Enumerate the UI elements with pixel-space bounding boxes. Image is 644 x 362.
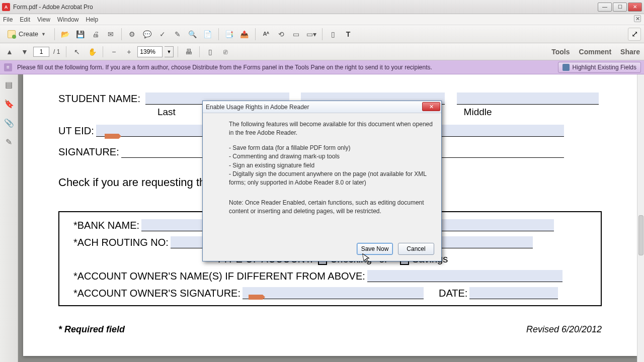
create-icon <box>8 30 16 38</box>
fit-width-icon[interactable]: ⎚ <box>219 45 232 58</box>
form-notice-bar: ≡ Please fill out the following form. If… <box>0 60 644 74</box>
field-marker-icon <box>105 134 119 139</box>
dialog-feature-1: - Save form data (for a fillable PDF for… <box>229 144 350 151</box>
label-owner-name: *ACCOUNT OWNER'S NAME(S) IF DIFFERENT FR… <box>73 270 365 282</box>
tools-pane-button[interactable]: Tools <box>551 48 570 56</box>
email-icon[interactable]: ✉ <box>104 28 117 41</box>
dialog-feature-4: - Digitally sign the document anywhere o… <box>229 170 426 186</box>
app-icon: A <box>2 3 10 11</box>
zoom-dropdown-icon[interactable]: ▼ <box>165 46 174 57</box>
maximize-button[interactable]: ☐ <box>613 3 627 12</box>
nav-toolbar: ▲ ▼ / 1 ↖ ✋ − + ▼ 🖶 ▯ ⎚ Tools Comment Sh… <box>0 43 644 60</box>
rotate-icon[interactable]: ⟲ <box>275 28 288 41</box>
highlight-fields-button[interactable]: Highlight Existing Fields <box>558 62 641 73</box>
crop-icon[interactable]: ▭ <box>290 28 303 41</box>
expand-toolbar-icon[interactable]: ⤢ <box>628 28 641 41</box>
label-required-field: * Required field <box>58 324 125 335</box>
open-icon[interactable]: 📂 <box>59 28 72 41</box>
highlight-icon <box>562 64 570 71</box>
signature-icon[interactable]: ✎ <box>171 28 184 41</box>
minimize-button[interactable]: — <box>598 3 612 12</box>
highlight-fields-label: Highlight Existing Fields <box>573 64 636 71</box>
search-doc-icon[interactable]: 🔍 <box>186 28 199 41</box>
dialog-note: Note: Once Reader Enabled, certain funct… <box>229 199 433 216</box>
field-marker-icon <box>249 295 263 300</box>
vertical-scrollbar[interactable] <box>637 74 644 362</box>
share-pane-button[interactable]: Share <box>620 48 640 56</box>
cancel-button[interactable]: Cancel <box>398 243 434 255</box>
pdf-export-icon[interactable]: 📤 <box>238 28 251 41</box>
page-number-input[interactable] <box>33 47 49 57</box>
bookmarks-panel-icon[interactable]: 🔖 <box>4 99 14 109</box>
label-signature: SIGNATURE: <box>58 146 119 158</box>
page-down-icon[interactable]: ▼ <box>18 45 31 58</box>
form-notice-text: Please fill out the following form. If y… <box>17 64 432 71</box>
gear-icon[interactable]: ⚙ <box>126 28 139 41</box>
text-size-icon[interactable]: Aᴬ <box>260 28 273 41</box>
dialog-feature-2: - Commenting and drawing mark-up tools <box>229 153 340 160</box>
enable-usage-rights-dialog: Enable Usage Rights in Adobe Reader ✕ Th… <box>202 101 442 261</box>
fit-page-icon[interactable]: ▯ <box>204 45 217 58</box>
crop-dropdown-icon[interactable]: ▭▾ <box>305 28 318 41</box>
page-total-label: / 1 <box>53 48 60 55</box>
field-owner-sig[interactable] <box>243 287 424 299</box>
dialog-feature-3: - Sign an existing signature field <box>229 162 314 169</box>
chevron-down-icon: ▼ <box>41 32 46 37</box>
left-sidebar: ▤ 🔖 📎 ✎ <box>0 74 18 362</box>
pages-panel-icon[interactable]: ▤ <box>4 79 14 89</box>
close-button[interactable]: ✕ <box>628 3 642 12</box>
label-bank-name: *BANK NAME: <box>73 220 139 231</box>
label-revised: Revised 6/20/2012 <box>526 324 602 335</box>
zoom-out-icon[interactable]: − <box>107 45 120 58</box>
select-tool-icon[interactable]: ↖ <box>70 45 84 58</box>
text-tool-icon[interactable]: T <box>342 28 355 41</box>
comment-pane-button[interactable]: Comment <box>579 48 612 56</box>
save-icon[interactable]: 💾 <box>74 28 87 41</box>
zoom-level-input[interactable] <box>137 46 163 57</box>
attachments-panel-icon[interactable]: 📎 <box>4 118 14 128</box>
window-title: Form.pdf - Adobe Acrobat Pro <box>13 4 597 11</box>
menu-window[interactable]: Window <box>57 16 79 23</box>
create-label: Create <box>19 30 38 38</box>
dialog-title: Enable Usage Rights in Adobe Reader <box>206 104 309 111</box>
comment-bubble-icon[interactable]: 💬 <box>141 28 154 41</box>
field-date[interactable] <box>469 287 558 299</box>
menu-view[interactable]: View <box>37 16 50 23</box>
field-middle-name[interactable] <box>457 93 599 105</box>
label-ut-eid: UT EID: <box>58 125 94 137</box>
dialog-titlebar[interactable]: Enable Usage Rights in Adobe Reader ✕ <box>203 101 441 113</box>
scrollbar-thumb[interactable] <box>638 215 643 255</box>
signatures-panel-icon[interactable]: ✎ <box>4 137 14 147</box>
dialog-close-button[interactable]: ✕ <box>422 102 440 111</box>
label-student-name: STUDENT NAME: <box>58 93 140 105</box>
menu-help[interactable]: Help <box>86 16 99 23</box>
zoom-in-icon[interactable]: + <box>122 45 135 58</box>
sublabel-middle: Middle <box>454 107 602 118</box>
field-owner-name[interactable] <box>367 270 562 282</box>
scanner-icon[interactable]: 🖶 <box>182 45 195 58</box>
main-toolbar: Create ▼ 📂 💾 🖨 ✉ ⚙ 💬 ✓ ✎ 🔍 📄 📑 📤 Aᴬ ⟲ ▭ … <box>0 25 644 43</box>
stamp-icon[interactable]: ✓ <box>156 28 169 41</box>
page-layout-icon[interactable]: ▯ <box>327 28 340 41</box>
create-button[interactable]: Create ▼ <box>3 28 50 41</box>
menubar: File Edit View Window Help ✕ <box>0 14 644 25</box>
label-date: DATE: <box>439 288 467 299</box>
window-titlebar: A Form.pdf - Adobe Acrobat Pro — ☐ ✕ <box>0 0 644 14</box>
label-ach-routing: *ACH ROUTING NO: <box>73 237 169 248</box>
dialog-body: The following features will become avail… <box>203 113 441 239</box>
menu-edit[interactable]: Edit <box>20 16 30 23</box>
page-up-icon[interactable]: ▲ <box>3 45 16 58</box>
save-now-button[interactable]: Save Now <box>357 243 393 255</box>
pdf-merge-icon[interactable]: 📑 <box>223 28 236 41</box>
dialog-intro: The following features will become avail… <box>229 120 433 138</box>
label-owner-sig: *ACCOUNT OWNER'S SIGNATURE: <box>73 288 240 299</box>
add-page-icon[interactable]: 📄 <box>201 28 214 41</box>
document-close-icon[interactable]: ✕ <box>634 15 641 22</box>
form-notice-icon: ≡ <box>4 63 12 71</box>
menu-file[interactable]: File <box>3 16 13 23</box>
print-icon[interactable]: 🖨 <box>89 28 102 41</box>
hand-tool-icon[interactable]: ✋ <box>86 45 99 58</box>
